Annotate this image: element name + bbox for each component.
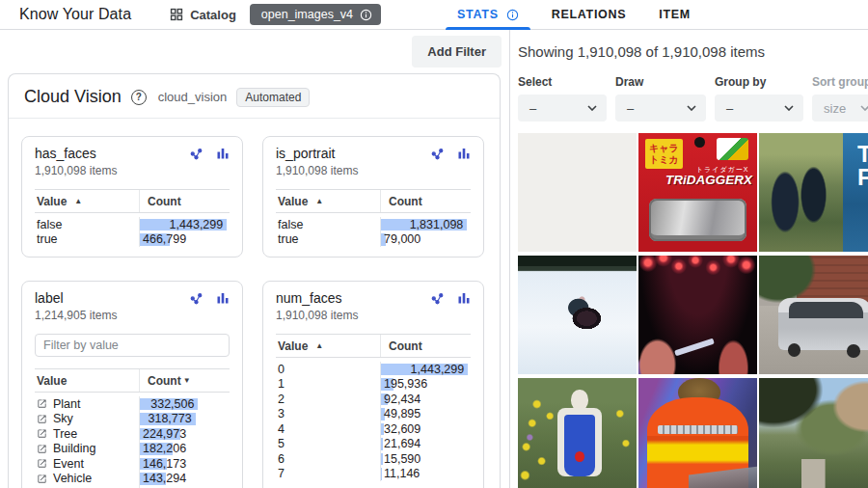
reflective-strip	[658, 425, 739, 434]
open-in-new-icon[interactable]	[37, 414, 47, 424]
info-icon[interactable]	[360, 9, 372, 21]
bar-chart-icon[interactable]	[216, 291, 230, 305]
count-bar	[381, 438, 383, 450]
card-label: label 1,214,905 items Value Count▼	[21, 281, 243, 488]
package-hang-hole	[694, 137, 705, 148]
scatter-plot-icon[interactable]	[189, 291, 203, 306]
grid-image-concert[interactable]	[638, 256, 757, 374]
open-in-new-icon[interactable]	[37, 474, 47, 484]
select-dropdown[interactable]: –	[518, 95, 607, 122]
row-count: 1,443,299	[139, 217, 230, 232]
scatter-plot-icon[interactable]	[189, 147, 203, 161]
count-column-header[interactable]: Count▼	[139, 369, 230, 392]
dataset-chip[interactable]: open_images_v4	[250, 4, 381, 25]
row-value: false	[35, 218, 139, 231]
value-count-table: Value▲ Count false1,443,299true466,799	[35, 189, 230, 247]
grid-image-toy-car-package[interactable]: キャラトミカ トライダガーX TRiDAGGERX	[638, 133, 757, 252]
value-column-header[interactable]: Value▲	[276, 339, 380, 353]
row-value: Vehicle	[35, 472, 139, 485]
scatter-plot-icon[interactable]	[430, 291, 445, 306]
browse-controls: Select – Draw – Group by –	[510, 75, 868, 122]
bar-chart-icon[interactable]	[216, 147, 230, 160]
app-logo[interactable]: Know Your Data	[19, 6, 131, 23]
row-count: 15,590	[380, 451, 471, 467]
table-row[interactable]: 432,609	[276, 421, 471, 437]
catalog-button[interactable]: Catalog	[170, 8, 236, 22]
grid-image-cycling-race[interactable]: TOFE	[759, 133, 868, 252]
row-count: 49,895	[380, 407, 471, 422]
row-count: 32,609	[380, 421, 471, 437]
table-row[interactable]: Vehicle143,294	[35, 472, 230, 487]
tab-stats[interactable]: STATS	[441, 0, 535, 30]
table-row[interactable]: Building182,206	[35, 442, 230, 457]
table-row[interactable]: 349,895	[276, 407, 471, 422]
grid-image-snow-tubing[interactable]	[518, 256, 637, 374]
bar-chart-icon[interactable]	[457, 291, 471, 305]
table-row[interactable]: 1195,936	[276, 377, 471, 393]
help-icon[interactable]: ?	[131, 90, 147, 105]
sort-asc-icon: ▲	[315, 341, 323, 350]
open-in-new-icon[interactable]	[37, 428, 47, 439]
value-column-header[interactable]: Value▲	[35, 195, 139, 208]
toy-car-blister	[649, 199, 746, 241]
know-your-data-app: Know Your Data Catalog open_images_v4 ST…	[0, 0, 868, 488]
main-content: Add Filter Cloud Vision ? cloud_vision A…	[0, 30, 868, 488]
count-column-header[interactable]: Count	[380, 335, 471, 357]
card-title: label	[35, 290, 189, 306]
grid-icon	[170, 8, 183, 21]
table-row[interactable]: Event146,173	[35, 456, 230, 472]
table-row[interactable]: false1,443,299	[35, 217, 230, 232]
value-column-header[interactable]: Value▲	[276, 195, 380, 208]
scatter-plot-icon[interactable]	[430, 147, 445, 161]
info-icon[interactable]	[506, 9, 519, 21]
row-value: 7	[276, 467, 380, 480]
row-value: 3	[276, 407, 380, 420]
table-row[interactable]: 711,146	[276, 467, 471, 482]
count-column-header[interactable]: Count	[139, 190, 230, 212]
table-row[interactable]: false1,831,098	[276, 217, 471, 232]
sort-groups-dropdown: size	[812, 95, 868, 122]
grid-image-vintage-truck[interactable]	[518, 133, 637, 252]
row-count: 1,831,098	[380, 217, 471, 232]
count-column-header[interactable]: Count	[380, 190, 471, 212]
tab-item[interactable]: ITEM	[642, 0, 707, 30]
table-row[interactable]: 615,590	[276, 451, 471, 467]
row-value: Tree	[35, 427, 139, 441]
table-row[interactable]: Sky318,773	[35, 412, 230, 427]
table-row[interactable]: 521,694	[276, 437, 471, 452]
cloud-vision-panel: Cloud Vision ? cloud_vision Automated ha…	[8, 73, 501, 488]
dataset-chip-label: open_images_v4	[261, 8, 353, 21]
row-value: 1	[276, 377, 380, 391]
table-row[interactable]: 292,434	[276, 392, 471, 407]
grid-image-scarecrow[interactable]	[518, 378, 637, 488]
sort-groups-label: Sort groups by	[812, 75, 868, 89]
table-row[interactable]: 01,443,299	[276, 362, 471, 377]
table-row[interactable]: true79,000	[276, 232, 471, 248]
value-column-header[interactable]: Value	[35, 374, 139, 388]
row-value: Sky	[35, 412, 139, 425]
open-in-new-icon[interactable]	[37, 398, 47, 409]
filter-by-value-input[interactable]	[35, 334, 230, 357]
section-title: Cloud Vision	[24, 87, 122, 107]
draw-dropdown[interactable]: –	[615, 95, 706, 122]
open-in-new-icon[interactable]	[37, 458, 47, 469]
row-value: 5	[276, 437, 380, 450]
row-count: 21,694	[380, 437, 471, 452]
silver-car	[778, 298, 868, 350]
row-count: 11,146	[380, 467, 471, 482]
add-filter-button[interactable]: Add Filter	[412, 36, 502, 68]
table-row[interactable]: true466,799	[35, 232, 230, 248]
main-tabs: STATS RELATIONS ITEM	[441, 0, 707, 30]
count-bar	[381, 453, 383, 466]
table-row[interactable]: Tree224,973	[35, 426, 230, 442]
sort-asc-icon: ▲	[74, 197, 82, 205]
grid-image-parked-car[interactable]	[759, 256, 868, 374]
group-by-dropdown[interactable]: –	[715, 95, 803, 122]
open-in-new-icon[interactable]	[37, 444, 47, 454]
tab-relations[interactable]: RELATIONS	[535, 0, 643, 30]
bar-chart-icon[interactable]	[457, 147, 471, 160]
grid-image-courtyard[interactable]	[759, 378, 868, 488]
grid-image-rescue-jacket[interactable]	[638, 378, 757, 488]
table-row[interactable]: Plant332,506	[35, 396, 230, 412]
package-title-text: TRiDAGGERX	[665, 173, 752, 187]
